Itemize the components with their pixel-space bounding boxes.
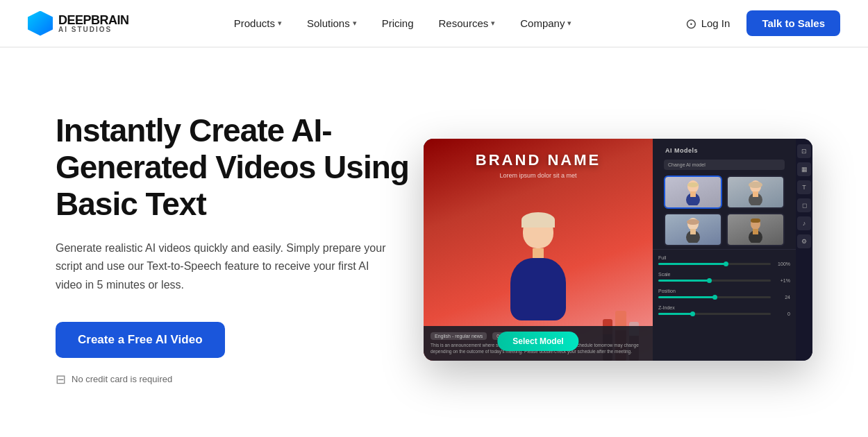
zindex-slider[interactable]: [658, 313, 771, 315]
hero-left: Instantly Create AI-Generated Videos Usi…: [56, 112, 417, 387]
settings-icon-btn[interactable]: ⚙: [797, 234, 811, 248]
svg-rect-11: [690, 229, 696, 234]
screenshot-inner: BRAND NAME Lorem ipsum dolor sit a met: [424, 139, 812, 361]
brand-subtitle-text: Lorem ipsum dolor sit a met: [424, 172, 653, 179]
create-free-video-button[interactable]: Create a Free AI Video: [56, 322, 225, 358]
chevron-down-icon: ▾: [353, 19, 357, 28]
person-body: [510, 258, 566, 320]
nav-company-label: Company: [520, 17, 565, 29]
login-label: Log In: [701, 17, 731, 29]
zindex-slider-fill: [658, 313, 692, 315]
controls-section: Full 100% Scale: [653, 250, 796, 361]
hero-subtext: Generate realistic AI videos quickly and…: [56, 239, 389, 294]
video-preview: BRAND NAME Lorem ipsum dolor sit a met: [424, 139, 653, 361]
person-hair: [521, 212, 555, 228]
full-slider[interactable]: [658, 263, 771, 265]
slider-handle: [690, 311, 695, 316]
control-position: Position 24: [658, 289, 790, 300]
person-avatar-icon: [683, 216, 703, 243]
model-card-4[interactable]: [726, 213, 785, 246]
model-card-2[interactable]: [726, 175, 785, 209]
svg-rect-15: [753, 229, 758, 234]
language-badge: English - regular news: [431, 332, 487, 340]
svg-rect-7: [753, 191, 758, 197]
model-avatar-1: [665, 177, 721, 207]
logo-aistudios: AI STUDIOS: [58, 26, 129, 33]
position-slider[interactable]: [658, 296, 771, 298]
nav-item-solutions[interactable]: Solutions ▾: [296, 12, 368, 35]
search-placeholder: Change AI model: [668, 162, 706, 167]
svg-rect-9: [687, 219, 699, 225]
model-search[interactable]: Change AI model: [664, 160, 785, 170]
model-avatar-4: [728, 214, 783, 245]
person-avatar-icon: [746, 179, 765, 205]
logo: DEEPBRAIN AI STUDIOS: [28, 11, 129, 36]
logo-icon: [28, 11, 53, 36]
nav-resources-label: Resources: [439, 17, 489, 29]
model-card-1[interactable]: [664, 175, 722, 209]
zindex-slider-row: 0: [658, 311, 790, 316]
full-slider-row: 100%: [658, 262, 790, 266]
nav-item-products[interactable]: Products ▾: [223, 12, 293, 35]
slider-handle: [712, 295, 717, 300]
audio-icon-btn[interactable]: ♪: [797, 216, 811, 230]
hero-section: Instantly Create AI-Generated Videos Usi…: [0, 48, 868, 437]
hero-heading: Instantly Create AI-Generated Videos Usi…: [56, 112, 417, 223]
position-slider-row: 24: [658, 295, 790, 300]
scale-slider[interactable]: [658, 280, 771, 282]
nav-item-pricing[interactable]: Pricing: [371, 12, 425, 35]
talk-to-sales-button[interactable]: Talk to Sales: [746, 10, 840, 36]
full-value: 100%: [774, 262, 790, 266]
nav-links: Products ▾ Solutions ▾ Pricing Resources…: [223, 12, 583, 35]
model-avatar-3: [665, 214, 721, 245]
hero-screenshot: BRAND NAME Lorem ipsum dolor sit a met: [424, 139, 812, 361]
text-icon-btn[interactable]: T: [797, 180, 811, 194]
model-avatar-2: [728, 177, 783, 207]
svg-rect-5: [749, 182, 762, 188]
model-grid: [658, 175, 790, 246]
brand-name-text: BRAND NAME: [424, 151, 653, 169]
shape-icon-btn[interactable]: ◻: [797, 198, 811, 212]
logo-text: DEEPBRAIN AI STUDIOS: [58, 14, 129, 33]
no-cc-text: No credit card is required: [72, 374, 172, 384]
person-avatar-icon: [746, 216, 765, 243]
nav-products-label: Products: [234, 17, 275, 29]
svg-rect-3: [690, 191, 696, 197]
ai-person: [503, 215, 573, 326]
media-icon-btn[interactable]: ▦: [797, 162, 811, 176]
svg-rect-1: [687, 182, 699, 187]
chevron-down-icon: ▾: [567, 19, 571, 28]
no-credit-card-note: ⊟ No credit card is required: [56, 372, 417, 387]
scale-slider-row: +1%: [658, 278, 790, 283]
slider-handle: [724, 262, 728, 266]
credit-card-icon: ⊟: [56, 372, 66, 387]
chevron-down-icon: ▾: [491, 19, 495, 28]
position-slider-fill: [658, 296, 715, 298]
person-avatar-icon: [683, 179, 703, 205]
sidebar-icon-column: ⊡ ▦ T ◻ ♪ ⚙: [796, 139, 812, 361]
nav-pricing-label: Pricing: [382, 17, 414, 29]
navbar: DEEPBRAIN AI STUDIOS Products ▾ Solution…: [0, 0, 868, 47]
chevron-down-icon: ▾: [278, 19, 282, 28]
right-panel: AI Models Change AI model: [653, 139, 796, 361]
full-slider-fill: [658, 263, 726, 265]
nav-item-resources[interactable]: Resources ▾: [428, 12, 507, 35]
nav-solutions-label: Solutions: [307, 17, 350, 29]
svg-rect-13: [751, 218, 760, 223]
models-section: AI Models Change AI model: [653, 139, 796, 250]
control-zindex: Z-Index 0: [658, 305, 790, 316]
control-scale: Scale +1%: [658, 272, 790, 283]
app-screenshot: BRAND NAME Lorem ipsum dolor sit a met: [424, 139, 812, 361]
model-card-3[interactable]: [664, 213, 722, 246]
scale-slider-fill: [658, 280, 709, 282]
sidebar-title: AI Models: [658, 144, 790, 160]
select-model-button[interactable]: Select Model: [497, 332, 578, 351]
position-value: 24: [774, 295, 790, 300]
models-icon-btn[interactable]: ⊡: [797, 144, 811, 158]
login-button[interactable]: ⊙ Log In: [677, 10, 739, 37]
person-neck: [533, 248, 544, 258]
control-full: Full 100%: [658, 255, 790, 266]
logo-deepbrain: DEEPBRAIN: [58, 14, 129, 26]
slider-handle: [707, 278, 712, 283]
nav-item-company[interactable]: Company ▾: [509, 12, 583, 35]
